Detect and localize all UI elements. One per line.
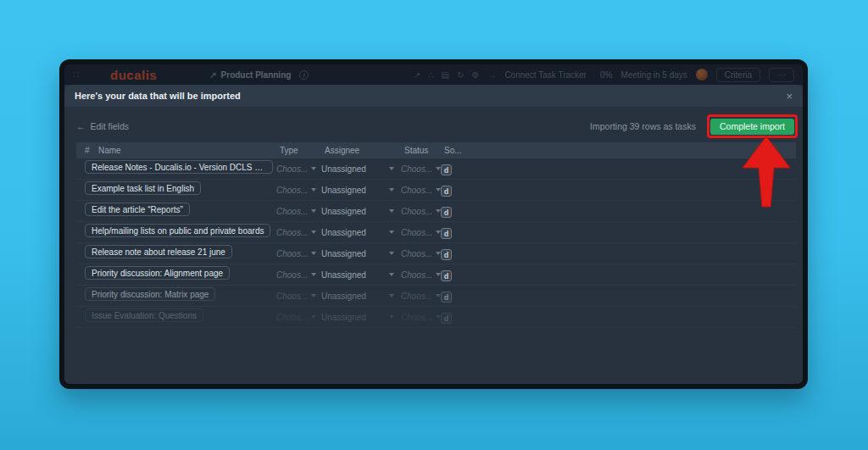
sync-icon[interactable]: ↻ xyxy=(457,70,464,80)
modal-toolbar: ← Edit fields Importing 39 rows as tasks… xyxy=(76,114,798,139)
progress-percent: 0% xyxy=(600,70,612,80)
table-row: Edit the article “Reports” Choos... Unas… xyxy=(76,201,796,222)
source-cell: d xyxy=(441,243,475,264)
source-app-icon: d xyxy=(441,292,452,303)
source-cell: d xyxy=(441,307,475,328)
task-name-input[interactable]: Edit the article “Reports” xyxy=(85,203,190,216)
chevron-down-icon xyxy=(311,209,316,213)
meeting-countdown: Meeting in 5 days xyxy=(620,70,687,80)
grip-icon[interactable]: ∷ xyxy=(73,69,78,81)
pin-icon[interactable]: ↗ xyxy=(414,70,420,80)
complete-import-button[interactable]: Complete import xyxy=(710,119,794,136)
nodes-icon[interactable]: ∴ xyxy=(428,70,433,80)
chevron-down-icon xyxy=(389,209,394,213)
col-name: Name xyxy=(95,142,276,158)
rocket-icon: ↗ xyxy=(209,70,216,80)
status-select[interactable]: Choos... xyxy=(401,264,441,286)
type-select[interactable]: Choos... xyxy=(276,243,321,264)
assignee-select[interactable]: Unassigned xyxy=(321,264,401,286)
board-title: Product Planning xyxy=(221,70,292,80)
chevron-down-icon xyxy=(311,188,316,192)
assignee-select[interactable]: Unassigned xyxy=(321,180,401,201)
chevron-down-icon xyxy=(311,252,316,255)
source-cell: d xyxy=(441,264,475,286)
task-name-cell: Issue Evaluation: Questions xyxy=(76,307,276,328)
assignee-select[interactable]: Unassigned xyxy=(321,158,401,180)
chevron-down-icon xyxy=(311,315,316,319)
table-header-row: # Name Type Assignee Status So... xyxy=(76,142,796,158)
gear-icon[interactable]: ⚙ xyxy=(471,70,479,80)
task-name-input[interactable]: Priority discussion: Alignment page xyxy=(85,266,230,280)
col-assignee: Assignee xyxy=(321,142,401,158)
status-select[interactable]: Choos... xyxy=(401,307,441,328)
chevron-down-icon xyxy=(389,273,394,276)
task-name-cell: Release note about release 21 june xyxy=(76,243,276,264)
arrow-right-icon: → xyxy=(487,70,496,80)
task-name-cell: Help/mailing lists on public and private… xyxy=(76,222,276,243)
import-table: # Name Type Assignee Status So... Releas… xyxy=(76,142,796,328)
table-row: Release note about release 21 june Choos… xyxy=(76,243,796,264)
close-icon[interactable]: × xyxy=(786,91,793,102)
source-app-icon: d xyxy=(441,164,452,175)
task-name-input[interactable]: Example task list in English xyxy=(85,181,201,195)
status-select[interactable]: Choos... xyxy=(401,286,441,307)
assignee-select[interactable]: Unassigned xyxy=(321,222,401,243)
import-modal: Here's your data that will be imported ×… xyxy=(64,85,803,384)
source-cell: d xyxy=(441,158,475,180)
assignee-select[interactable]: Unassigned xyxy=(321,201,401,222)
board-title-group[interactable]: ↗ Product Planning xyxy=(209,70,291,80)
criteria-button[interactable]: Criteria xyxy=(716,68,760,82)
chevron-down-icon xyxy=(389,167,394,170)
task-name-input[interactable]: Priority discussion: Matrix page xyxy=(85,287,215,301)
status-select[interactable]: Choos... xyxy=(401,243,441,264)
book-icon[interactable]: ▤ xyxy=(442,70,449,80)
source-app-icon: d xyxy=(441,207,452,218)
table-row: Priority discussion: Alignment page Choo… xyxy=(76,264,796,286)
more-button[interactable]: ··· xyxy=(769,68,794,82)
type-select[interactable]: Choos... xyxy=(276,286,321,307)
import-table-wrap: # Name Type Assignee Status So... Releas… xyxy=(76,142,796,328)
task-name-cell: Priority discussion: Matrix page xyxy=(76,286,276,307)
source-cell: d xyxy=(441,222,475,243)
col-source: So... xyxy=(441,142,475,158)
edit-fields-link[interactable]: ← Edit fields xyxy=(76,121,129,131)
task-name-input[interactable]: Release Notes - Ducalis.io - Version DCL… xyxy=(85,160,273,174)
task-name-input[interactable]: Release note about release 21 june xyxy=(85,245,232,258)
chevron-down-icon xyxy=(311,231,316,234)
modal-header: Here's your data that will be imported × xyxy=(64,85,803,107)
task-name-cell: Priority discussion: Alignment page xyxy=(76,264,276,286)
type-select[interactable]: Choos... xyxy=(276,158,321,180)
status-select[interactable]: Choos... xyxy=(401,180,441,201)
table-row: Help/mailing lists on public and private… xyxy=(76,222,796,243)
type-select[interactable]: Choos... xyxy=(276,264,321,286)
chevron-down-icon xyxy=(389,188,394,192)
assignee-select[interactable]: Unassigned xyxy=(321,307,401,328)
status-select[interactable]: Choos... xyxy=(401,201,441,222)
chevron-down-icon xyxy=(389,294,394,297)
task-name-cell: Example task list in English xyxy=(76,180,276,201)
col-type: Type xyxy=(276,142,321,158)
type-select[interactable]: Choos... xyxy=(276,180,321,201)
user-avatar[interactable] xyxy=(696,69,708,81)
source-cell: d xyxy=(441,286,475,307)
app-surface: ∷ ducalis ↗ Product Planning i ↗ ∴ ▤ ↻ ⚙… xyxy=(64,64,803,384)
ducalis-logo[interactable]: ducalis xyxy=(110,68,157,82)
task-name-input[interactable]: Issue Evaluation: Questions xyxy=(85,308,203,322)
source-app-icon: d xyxy=(441,270,452,281)
connect-task-tracker-link[interactable]: Connect Task Tracker xyxy=(504,70,587,80)
type-select[interactable]: Choos... xyxy=(276,222,321,243)
back-arrow-icon: ← xyxy=(76,121,86,131)
assignee-select[interactable]: Unassigned xyxy=(321,286,401,307)
col-status: Status xyxy=(401,142,441,158)
top-bar: ∷ ducalis ↗ Product Planning i ↗ ∴ ▤ ↻ ⚙… xyxy=(64,64,803,85)
status-select[interactable]: Choos... xyxy=(401,158,441,180)
modal-body: ← Edit fields Importing 39 rows as tasks… xyxy=(64,107,803,384)
assignee-select[interactable]: Unassigned xyxy=(321,243,401,264)
info-icon[interactable]: i xyxy=(299,70,309,80)
task-name-input[interactable]: Help/mailing lists on public and private… xyxy=(85,224,270,237)
type-select[interactable]: Choos... xyxy=(276,201,321,222)
chevron-down-icon xyxy=(389,231,394,234)
task-name-cell: Release Notes - Ducalis.io - Version DCL… xyxy=(76,158,276,180)
status-select[interactable]: Choos... xyxy=(401,222,441,243)
type-select[interactable]: Choos... xyxy=(276,307,321,328)
